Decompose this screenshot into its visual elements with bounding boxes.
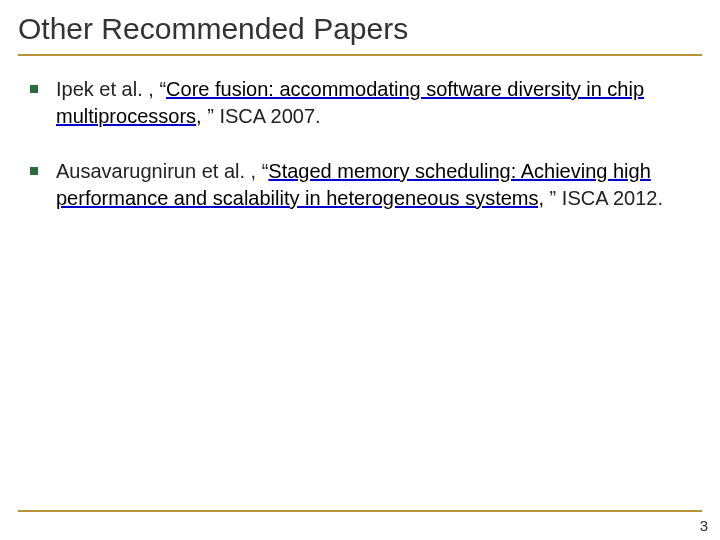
slide-title: Other Recommended Papers — [0, 0, 720, 54]
bullet-suffix: ” ISCA 2007. — [202, 105, 321, 127]
bullet-text: Ipek et al. , “Core fusion: accommodatin… — [56, 76, 690, 130]
footer-underline — [18, 510, 702, 512]
content-area: Ipek et al. , “Core fusion: accommodatin… — [0, 56, 720, 212]
bullet-item: Ausavarugnirun et al. , “Staged memory s… — [30, 158, 690, 212]
bullet-text: Ausavarugnirun et al. , “Staged memory s… — [56, 158, 690, 212]
bullet-marker-icon — [30, 85, 38, 93]
bullet-prefix: Ausavarugnirun et al. , “ — [56, 160, 268, 182]
page-number: 3 — [700, 517, 708, 534]
bullet-suffix: ” ISCA 2012. — [544, 187, 663, 209]
bullet-item: Ipek et al. , “Core fusion: accommodatin… — [30, 76, 690, 130]
bullet-marker-icon — [30, 167, 38, 175]
bullet-prefix: Ipek et al. , “ — [56, 78, 166, 100]
